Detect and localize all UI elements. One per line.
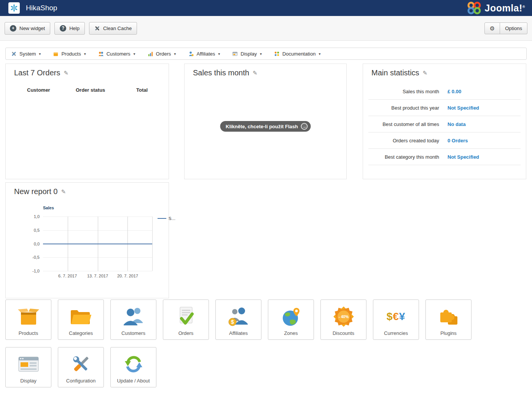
shortcut-update-about[interactable]: Update / About [110,347,156,387]
shortcut-affiliates[interactable]: $ Affiliates [215,299,261,340]
panel-main-statistics: Main statistics ✎ Sales this month £ 0.0… [363,64,526,179]
system-tools-icon [11,51,17,57]
joomla-wordmark: Joomla!® [485,3,526,14]
options-gear-button[interactable]: ⚙ [484,22,500,34]
affiliates-person-icon [188,51,194,57]
menu-item-customers[interactable]: Customers ▾ [98,51,135,57]
menu-item-orders[interactable]: Orders ▾ [148,51,176,57]
currencies-symbols-icon: $€¥ [387,303,406,330]
y-tick-label: 1,0 [34,214,40,219]
column-order-status: Order status [76,87,136,93]
y-tick-label: 0,0 [34,242,40,246]
dashboard: Last 7 Orders ✎ Customer Order status To… [0,60,532,299]
menu-item-products[interactable]: Products ▾ [53,51,86,57]
shortcut-label: Discounts [333,330,354,336]
menu-label-display: Display [241,51,257,57]
clean-cache-label: Clean Cache [103,25,132,31]
flash-prompt-text: Klikněte, chcete-li použít Flash [226,124,298,129]
flash-arrow-icon: → [301,123,308,130]
panel-new-report: New report 0 ✎ Sales 1,00,50,0-0,5-1,06.… [5,182,169,298]
chevron-down-icon: ▾ [218,52,220,56]
stat-value-link[interactable]: 0 Orders [448,138,468,143]
y-tick-label: -0,5 [32,255,40,260]
menu-item-system[interactable]: System ▾ [11,51,41,57]
menu-label-customers: Customers [107,51,131,57]
x-tick-label: 13. 7. 2017 [87,274,108,278]
stat-value-link[interactable]: £ 0.00 [448,89,461,94]
discounts-starburst-icon: - 40% [332,303,355,330]
stat-value-link[interactable]: No data [448,121,466,127]
hikashop-logo-icon [8,2,20,14]
svg-text:$: $ [231,319,234,325]
x-tick-label: 6. 7. 2017 [58,274,77,278]
documentation-dots-icon [274,51,280,57]
statistics-rows: Sales this month £ 0.00 Best product thi… [368,83,521,165]
chart-title: Sales [43,206,54,210]
shortcut-currencies[interactable]: $€¥ Currencies [373,299,419,340]
affiliates-people-coin-icon: $ [227,303,250,330]
panel-title: New report 0 [14,187,58,196]
menu-label-documentation: Documentation [282,51,315,57]
panel-title: Main statistics [371,68,419,77]
report-legend-line [158,218,166,219]
shortcut-categories[interactable]: Categories [58,299,104,340]
edit-pencil-icon[interactable]: ✎ [423,70,428,76]
edit-pencil-icon[interactable]: ✎ [61,188,66,195]
update-refresh-icon [122,350,145,378]
shortcut-label: Zones [284,330,298,336]
shortcut-orders[interactable]: Orders [163,299,209,340]
flash-activate-button[interactable]: Klikněte, chcete-li použít Flash → [220,121,311,132]
shortcut-display[interactable]: Display [5,347,51,387]
chevron-down-icon: ▾ [134,52,135,56]
panel-title: Sales this month [193,68,249,77]
stat-label: Best product this year [368,105,439,111]
shortcut-zones[interactable]: Zones [268,299,314,340]
shortcut-label: Customers [121,330,145,336]
configuration-tools-icon [70,350,92,378]
stat-label: Sales this month [368,89,439,94]
help-button[interactable]: ? Help [54,22,85,35]
orders-document-check-icon [175,303,198,330]
shortcut-configuration[interactable]: Configuration [58,347,104,387]
sales-series-line [43,244,152,244]
euro-symbol: € [393,311,399,323]
new-widget-label: New widget [19,25,45,31]
stat-value-link[interactable]: Not Specified [448,154,479,160]
customers-people-icon [122,303,145,330]
shortcut-customers[interactable]: Customers [110,299,156,340]
shortcut-label: Configuration [66,378,96,384]
shortcut-label: Categories [69,330,93,336]
joomla-logo-icon [467,1,482,15]
menu-item-documentation[interactable]: Documentation ▾ [274,51,320,57]
y-tick-label: -1,0 [32,269,40,273]
shortcut-discounts[interactable]: - 40% Discounts [320,299,366,340]
stat-label: Best category this month [368,154,439,160]
edit-pencil-icon[interactable]: ✎ [253,70,258,76]
customers-people-icon [98,51,104,57]
new-widget-button[interactable]: + New widget [5,22,50,35]
stat-row-orders-today: Orders created today 0 Orders [368,132,521,149]
options-button[interactable]: Options [500,22,527,34]
stat-value-link[interactable]: Not Specified [448,105,479,111]
clean-cache-tools-icon [94,25,100,31]
report-legend-label[interactable]: S… [169,216,175,221]
clean-cache-button[interactable]: Clean Cache [89,22,137,35]
shortcut-plugins[interactable]: Plugins [425,299,471,340]
edit-pencil-icon[interactable]: ✎ [64,70,68,76]
shortcut-products[interactable]: Products [5,299,51,340]
chevron-down-icon: ▾ [39,52,41,56]
options-group: ⚙ Options [484,22,527,34]
display-window-icon [232,51,238,57]
h-gridline [43,271,152,271]
discount-badge-text: - 40% [338,315,348,319]
panel-sales-this-month: Sales this month ✎ Klikněte, chcete-li p… [184,64,347,179]
stat-row-sales-month: Sales this month £ 0.00 [368,83,521,100]
menu-item-affiliates[interactable]: Affiliates ▾ [188,51,220,57]
column-customer: Customer [27,87,76,93]
shortcut-label: Affiliates [229,330,248,336]
menu-item-display[interactable]: Display ▾ [232,51,262,57]
plugins-puzzle-icon [437,303,460,330]
joomla-logo: Joomla!® [467,1,528,15]
shortcut-row-1: Products Categories Customers [5,299,527,340]
display-window-icon [17,350,40,378]
